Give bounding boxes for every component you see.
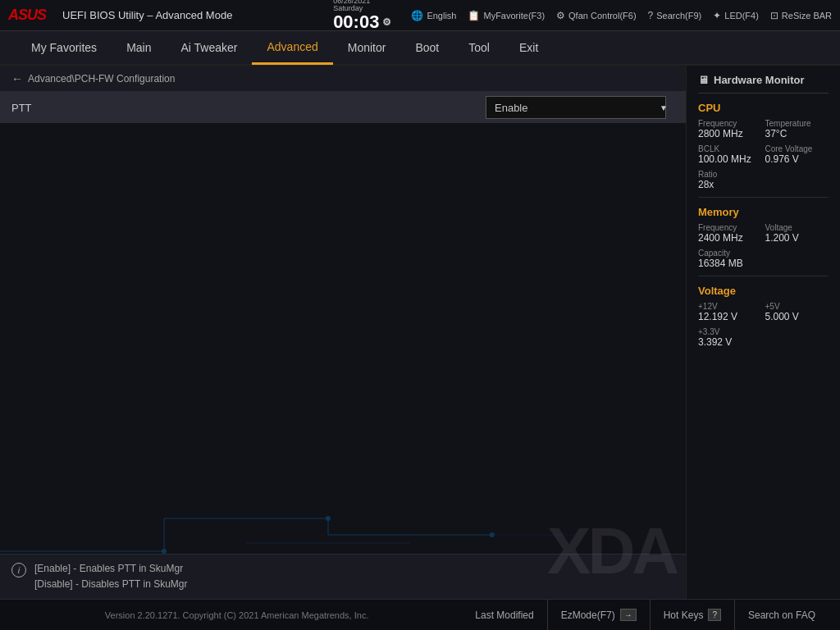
nav-advanced[interactable]: Advanced bbox=[252, 30, 332, 65]
hw-volt-12v: +12V 12.192 V bbox=[698, 302, 762, 322]
content-area: ← Advanced\PCH-FW Configuration PTT Enab… bbox=[0, 66, 686, 599]
back-arrow-icon[interactable]: ← bbox=[11, 72, 23, 85]
hw-mem-capacity: Capacity 16384 MB bbox=[698, 249, 829, 269]
monitor-icon: 🖥 bbox=[698, 74, 709, 86]
resize-bar-btn[interactable]: ⊡ ReSize BAR bbox=[770, 10, 832, 21]
info-icon: i bbox=[11, 563, 26, 578]
asus-logo: ASUS bbox=[8, 7, 46, 24]
hw-cpu-freq: Frequency 2800 MHz bbox=[698, 119, 762, 139]
hw-cpu-title: CPU bbox=[698, 102, 829, 114]
nav-main[interactable]: Main bbox=[112, 30, 166, 65]
hw-voltage-grid: +12V 12.192 V +5V 5.000 V +3.3V 3.392 V bbox=[698, 302, 829, 348]
english-btn[interactable]: 🌐 English bbox=[411, 10, 456, 21]
ptt-dropdown-wrapper: Enable Disable bbox=[486, 96, 674, 119]
last-modified-item: Last Modified bbox=[462, 600, 547, 630]
hw-monitor-title: 🖥 Hardware Monitor bbox=[698, 74, 829, 94]
ptt-dropdown[interactable]: Enable Disable bbox=[486, 96, 666, 119]
search-icon: ? bbox=[648, 10, 654, 21]
breadcrumb: ← Advanced\PCH-FW Configuration bbox=[0, 66, 686, 92]
nav-monitor[interactable]: Monitor bbox=[333, 30, 401, 65]
hot-keys-item[interactable]: Hot Keys ? bbox=[651, 600, 735, 630]
hw-cpu-ratio: Ratio 28x bbox=[698, 170, 829, 190]
nav-tool[interactable]: Tool bbox=[454, 30, 504, 65]
ezmode-arrow-icon: → bbox=[620, 609, 637, 621]
search-faq-item[interactable]: Search on FAQ bbox=[735, 600, 829, 630]
globe-icon: 🌐 bbox=[411, 10, 423, 21]
qfan-btn[interactable]: ⚙ Qfan Control(F6) bbox=[556, 10, 637, 21]
svg-point-8 bbox=[326, 516, 331, 521]
nav-ai-tweaker[interactable]: Ai Tweaker bbox=[166, 30, 252, 65]
info-text: [Enable] - Enables PTT in SkuMgr [Disabl… bbox=[34, 561, 188, 592]
nav-my-favorites[interactable]: My Favorites bbox=[16, 30, 112, 65]
hw-divider-1 bbox=[698, 197, 829, 198]
datetime-area: 06/26/2021Saturday 00:03 ⚙ bbox=[333, 0, 391, 33]
hw-memory-grid: Frequency 2400 MHz Voltage 1.200 V Capac… bbox=[698, 223, 829, 269]
time-display: 00:03 ⚙ bbox=[333, 12, 391, 32]
hw-cpu-voltage: Core Voltage 0.976 V bbox=[765, 144, 829, 165]
hw-volt-33v: +3.3V 3.392 V bbox=[698, 327, 829, 348]
hw-cpu-temp: Temperature 37°C bbox=[765, 119, 829, 139]
settings-icon[interactable]: ⚙ bbox=[382, 17, 391, 28]
hw-mem-voltage: Voltage 1.200 V bbox=[765, 223, 829, 244]
header-controls: 🌐 English 📋 MyFavorite(F3) ⚙ Qfan Contro… bbox=[411, 10, 832, 21]
ezmode-item[interactable]: EzMode(F7) → bbox=[548, 600, 651, 630]
resize-icon: ⊡ bbox=[770, 10, 778, 21]
ptt-label: PTT bbox=[11, 102, 486, 114]
clipboard-icon: 📋 bbox=[468, 10, 480, 21]
hotkeys-badge: ? bbox=[708, 609, 721, 621]
hw-memory-title: Memory bbox=[698, 206, 829, 218]
hw-voltage-title: Voltage bbox=[698, 285, 829, 297]
main-layout: ← Advanced\PCH-FW Configuration PTT Enab… bbox=[0, 66, 840, 599]
search-btn[interactable]: ? Search(F9) bbox=[648, 10, 702, 21]
version-text: Version 2.20.1271. Copyright (C) 2021 Am… bbox=[11, 610, 462, 620]
svg-point-9 bbox=[490, 532, 495, 537]
hw-cpu-bclk: BCLK 100.00 MHz bbox=[698, 144, 762, 165]
hw-mem-freq: Frequency 2400 MHz bbox=[698, 223, 762, 244]
date-display: 06/26/2021Saturday bbox=[333, 0, 370, 12]
hw-monitor-panel: 🖥 Hardware Monitor CPU Frequency 2800 MH… bbox=[686, 66, 840, 599]
nav-exit[interactable]: Exit bbox=[504, 30, 553, 65]
nav-bar: My Favorites Main Ai Tweaker Advanced Mo… bbox=[0, 31, 840, 66]
status-bar: Version 2.20.1271. Copyright (C) 2021 Am… bbox=[0, 599, 840, 630]
hw-divider-2 bbox=[698, 276, 829, 276]
myfavorite-btn[interactable]: 📋 MyFavorite(F3) bbox=[468, 10, 545, 21]
led-btn[interactable]: ✦ LED(F4) bbox=[713, 10, 759, 21]
breadcrumb-text: Advanced\PCH-FW Configuration bbox=[28, 73, 175, 84]
hw-volt-5v: +5V 5.000 V bbox=[765, 302, 829, 322]
led-icon: ✦ bbox=[713, 10, 721, 21]
header-bar: ASUS UEFI BIOS Utility – Advanced Mode 0… bbox=[0, 0, 840, 31]
ptt-setting-row: PTT Enable Disable bbox=[0, 92, 686, 123]
hw-cpu-grid: Frequency 2800 MHz Temperature 37°C BCLK… bbox=[698, 119, 829, 190]
info-area: i [Enable] - Enables PTT in SkuMgr [Disa… bbox=[0, 554, 686, 599]
fan-icon: ⚙ bbox=[556, 10, 565, 21]
bios-title: UEFI BIOS Utility – Advanced Mode bbox=[62, 9, 320, 21]
nav-boot[interactable]: Boot bbox=[400, 30, 454, 65]
